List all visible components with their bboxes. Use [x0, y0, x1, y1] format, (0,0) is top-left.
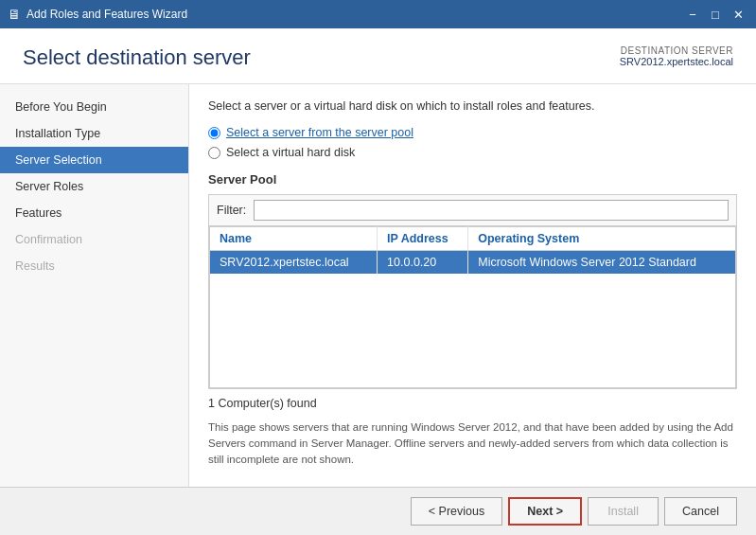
radio-option-pool: Select a server from the server pool — [208, 126, 737, 139]
sidebar-item-installation-type[interactable]: Installation Type — [0, 120, 188, 147]
radio-pool-input[interactable] — [208, 127, 220, 139]
col-ip: IP Address — [378, 227, 468, 251]
next-button[interactable]: Next > — [508, 497, 582, 526]
radio-vhd-input[interactable] — [208, 147, 220, 159]
content-description: Select a server or a virtual hard disk o… — [208, 99, 737, 113]
title-bar: 🖥 Add Roles and Features Wizard − □ ✕ — [0, 0, 756, 28]
server-pool-title: Server Pool — [208, 172, 737, 187]
server-pool-section: Server Pool Filter: Name IP Address Oper… — [208, 172, 737, 468]
sidebar-item-features[interactable]: Features — [0, 200, 188, 226]
wizard-header: Select destination server DESTINATION SE… — [0, 28, 756, 84]
close-button[interactable]: ✕ — [728, 4, 748, 25]
sidebar-item-confirmation: Confirmation — [0, 226, 188, 253]
sidebar-item-results: Results — [0, 253, 188, 279]
radio-vhd-label[interactable]: Select a virtual hard disk — [226, 146, 355, 159]
sidebar-item-before-you-begin[interactable]: Before You Begin — [0, 94, 188, 120]
wizard-container: Select destination server DESTINATION SE… — [0, 28, 756, 535]
sidebar-item-server-selection[interactable]: Server Selection — [0, 147, 188, 173]
cell-name: SRV2012.xpertstec.local — [210, 251, 378, 275]
radio-group: Select a server from the server pool Sel… — [208, 126, 737, 159]
install-button[interactable]: Install — [588, 497, 659, 526]
sidebar-item-server-roles[interactable]: Server Roles — [0, 173, 188, 200]
table-row-empty-3 — [210, 312, 736, 330]
previous-button[interactable]: < Previous — [411, 497, 502, 526]
title-bar-controls: − □ ✕ — [682, 4, 748, 25]
main-area: Before You Begin Installation Type Serve… — [0, 84, 756, 487]
cancel-button[interactable]: Cancel — [664, 497, 737, 526]
table-row-empty-1 — [210, 274, 736, 293]
table-row-empty-5 — [210, 349, 736, 368]
computers-found: 1 Computer(s) found — [208, 397, 737, 410]
cell-ip: 10.0.0.20 — [378, 251, 468, 275]
destination-server-info: DESTINATION SERVER SRV2012.xpertstec.loc… — [620, 45, 733, 67]
server-table: Name IP Address Operating System SRV2012… — [209, 226, 736, 388]
content-area: Select a server or a virtual hard disk o… — [189, 84, 756, 487]
page-title: Select destination server — [23, 45, 251, 70]
maximize-button[interactable]: □ — [705, 4, 726, 25]
app-icon: 🖥 — [8, 7, 21, 22]
server-table-wrapper: Name IP Address Operating System SRV2012… — [208, 225, 737, 389]
table-row-empty-4 — [210, 330, 736, 349]
table-row[interactable]: SRV2012.xpertstec.local 10.0.0.20 Micros… — [210, 251, 736, 275]
destination-label: DESTINATION SERVER — [620, 45, 733, 56]
minimize-button[interactable]: − — [682, 4, 703, 25]
radio-pool-label[interactable]: Select a server from the server pool — [226, 126, 413, 139]
title-bar-left: 🖥 Add Roles and Features Wizard — [8, 7, 187, 22]
title-bar-title: Add Roles and Features Wizard — [26, 8, 187, 21]
table-row-empty-6 — [210, 368, 736, 387]
footer: < Previous Next > Install Cancel — [0, 487, 756, 535]
filter-label: Filter: — [217, 204, 246, 217]
filter-row: Filter: — [208, 194, 737, 225]
col-name: Name — [210, 227, 378, 251]
table-row-empty-2 — [210, 293, 736, 312]
server-table-header-row: Name IP Address Operating System — [210, 227, 736, 251]
sidebar: Before You Begin Installation Type Serve… — [0, 84, 189, 487]
cell-os: Microsoft Windows Server 2012 Standard — [468, 251, 736, 275]
radio-option-vhd: Select a virtual hard disk — [208, 146, 737, 159]
info-text: This page shows servers that are running… — [208, 419, 737, 469]
server-table-body: SRV2012.xpertstec.local 10.0.0.20 Micros… — [210, 251, 736, 388]
col-os: Operating System — [468, 227, 736, 251]
destination-server-name: SRV2012.xpertstec.local — [620, 56, 733, 67]
filter-input[interactable] — [254, 200, 729, 221]
server-table-header: Name IP Address Operating System — [210, 227, 736, 251]
